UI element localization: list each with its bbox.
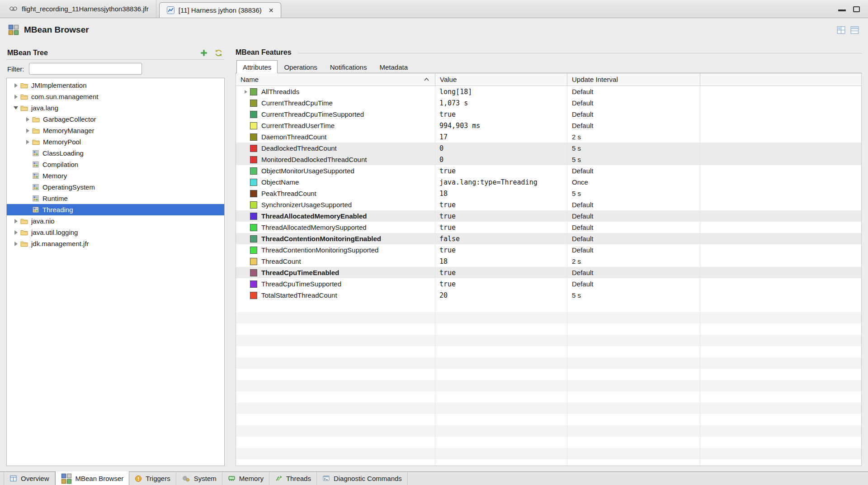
table-row-currentthreadusertime[interactable]: CurrentThreadUserTime994,903 msDefault (236, 120, 861, 131)
tree-item-operatingsystem[interactable]: OperatingSystem (7, 181, 224, 193)
attribute-value-cell[interactable]: 1,073 s (435, 97, 567, 109)
table-row-deadlockedthreadcount[interactable]: DeadlockedThreadCount05 s (236, 143, 861, 154)
table-row-threadcontentionmonitoringsupported[interactable]: ThreadContentionMonitoringSupportedtrueD… (236, 244, 861, 256)
column-header-value[interactable]: Value (435, 73, 567, 86)
attribute-name-cell[interactable]: ObjectName (236, 176, 435, 188)
minimize-button[interactable] (838, 10, 846, 11)
table-row-threadallocatedmemoryenabled[interactable]: ThreadAllocatedMemoryEnabledtrueDefault (236, 210, 861, 222)
attribute-value-cell[interactable]: 17 (435, 131, 567, 143)
bottom-tab-memory[interactable]: Memory (222, 472, 269, 485)
attribute-update-interval-cell[interactable]: Default (567, 222, 700, 233)
attribute-value-cell[interactable]: false (435, 233, 567, 244)
tree-item-java-util-logging[interactable]: java.util.logging (7, 227, 224, 238)
attribute-value-cell[interactable]: true (435, 210, 567, 222)
attribute-value-cell[interactable]: 994,903 ms (435, 120, 567, 131)
attribute-value-cell[interactable]: true (435, 165, 567, 176)
tab-attributes[interactable]: Attributes (236, 60, 278, 73)
attribute-name-cell[interactable]: SynchronizerUsageSupported (236, 199, 435, 210)
attribute-value-cell[interactable]: true (435, 267, 567, 278)
window-tab[interactable]: flight_recording_11Harnessjython38836.jf… (2, 0, 156, 18)
attribute-name-cell[interactable]: CurrentThreadCpuTime (236, 97, 435, 109)
expand-arrow-icon[interactable] (241, 90, 250, 94)
attribute-value-cell[interactable]: 20 (435, 290, 567, 301)
filter-input[interactable] (29, 63, 142, 75)
attribute-name-cell[interactable]: ThreadCpuTimeEnabled (236, 267, 435, 278)
attribute-name-cell[interactable]: CurrentThreadUserTime (236, 120, 435, 131)
table-row-currentthreadcputime[interactable]: CurrentThreadCpuTime1,073 sDefault (236, 97, 861, 109)
tree-item-classloading[interactable]: ClassLoading (7, 147, 224, 159)
attribute-name-cell[interactable]: DaemonThreadCount (236, 131, 435, 143)
attribute-update-interval-cell[interactable]: Default (567, 267, 700, 278)
attribute-name-cell[interactable]: PeakThreadCount (236, 188, 435, 199)
tree-item-garbagecollector[interactable]: GarbageCollector (7, 114, 224, 125)
attribute-name-cell[interactable]: ThreadContentionMonitoringEnabled (236, 233, 435, 244)
attribute-name-cell[interactable]: ThreadAllocatedMemorySupported (236, 222, 435, 233)
attribute-update-interval-cell[interactable]: Default (567, 109, 700, 120)
table-row-objectmonitorusagesupported[interactable]: ObjectMonitorUsageSupportedtrueDefault (236, 165, 861, 176)
expand-arrow-icon[interactable] (12, 219, 19, 223)
bottom-tab-threads[interactable]: Threads (269, 472, 317, 485)
column-settings-button[interactable] (849, 24, 860, 35)
attribute-value-cell[interactable]: true (435, 222, 567, 233)
attribute-name-cell[interactable]: AllThreadIds (236, 86, 435, 97)
table-row-totalstartedthreadcount[interactable]: TotalStartedThreadCount205 s (236, 290, 861, 301)
attribute-update-interval-cell[interactable]: Default (567, 210, 700, 222)
attribute-name-cell[interactable]: ThreadCount (236, 256, 435, 267)
expand-arrow-icon[interactable] (12, 242, 19, 246)
table-row-threadcontentionmonitoringenabled[interactable]: ThreadContentionMonitoringEnabledfalseDe… (236, 233, 861, 244)
attribute-name-cell[interactable]: ThreadCpuTimeSupported (236, 278, 435, 290)
bottom-tab-mbean-browser[interactable]: MBean Browser (55, 471, 130, 485)
tree-item-memorypool[interactable]: MemoryPool (7, 136, 224, 147)
tree-item-compilation[interactable]: Compilation (7, 159, 224, 170)
tab-operations[interactable]: Operations (278, 61, 323, 73)
attribute-value-cell[interactable]: 0 (435, 154, 567, 165)
attribute-value-cell[interactable]: true (435, 199, 567, 210)
table-row-synchronizerusagesupported[interactable]: SynchronizerUsageSupportedtrueDefault (236, 199, 861, 210)
tab-notifications[interactable]: Notifications (324, 61, 373, 73)
attribute-value-cell[interactable]: 0 (435, 143, 567, 154)
attribute-update-interval-cell[interactable]: 2 s (567, 131, 700, 143)
tree-item-java-lang[interactable]: java.lang (7, 102, 224, 114)
table-row-objectname[interactable]: ObjectNamejava.lang:type=ThreadingOnce (236, 176, 861, 188)
table-row-peakthreadcount[interactable]: PeakThreadCount185 s (236, 188, 861, 199)
collapse-arrow-icon[interactable] (12, 106, 19, 109)
attribute-value-cell[interactable]: 18 (435, 256, 567, 267)
attribute-name-cell[interactable]: ObjectMonitorUsageSupported (236, 165, 435, 176)
add-mbean-button[interactable] (198, 48, 209, 58)
table-row-threadcputimesupported[interactable]: ThreadCpuTimeSupportedtrueDefault (236, 278, 861, 290)
attribute-value-cell[interactable]: long[18] (435, 86, 567, 97)
bottom-tab-diagnostic-commands[interactable]: Diagnostic Commands (317, 472, 408, 485)
attribute-value-cell[interactable]: true (435, 278, 567, 290)
attribute-update-interval-cell[interactable]: Default (567, 199, 700, 210)
bottom-tab-triggers[interactable]: Triggers (129, 472, 176, 485)
attribute-update-interval-cell[interactable]: Default (567, 120, 700, 131)
tree-item-java-nio[interactable]: java.nio (7, 215, 224, 227)
attribute-update-interval-cell[interactable]: Default (567, 244, 700, 256)
attribute-update-interval-cell[interactable]: 5 s (567, 290, 700, 301)
attribute-update-interval-cell[interactable]: Default (567, 165, 700, 176)
tab-metadata[interactable]: Metadata (373, 61, 414, 73)
expand-arrow-icon[interactable] (12, 230, 19, 235)
expand-arrow-icon[interactable] (12, 95, 19, 99)
attribute-update-interval-cell[interactable]: Once (567, 176, 700, 188)
attribute-value-cell[interactable]: true (435, 244, 567, 256)
table-row-daemonthreadcount[interactable]: DaemonThreadCount172 s (236, 131, 861, 143)
table-row-threadcount[interactable]: ThreadCount182 s (236, 256, 861, 267)
bottom-tab-overview[interactable]: Overview (4, 472, 55, 485)
attribute-update-interval-cell[interactable]: Default (567, 233, 700, 244)
attribute-update-interval-cell[interactable]: Default (567, 278, 700, 290)
table-row-threadcputimeenabled[interactable]: ThreadCpuTimeEnabledtrueDefault (236, 267, 861, 278)
maximize-button[interactable] (853, 6, 860, 12)
attribute-name-cell[interactable]: ThreadContentionMonitoringSupported (236, 244, 435, 256)
tree-item-jdk-management-jfr[interactable]: jdk.management.jfr (7, 238, 224, 249)
column-header-name[interactable]: Name (236, 73, 435, 86)
table-settings-button[interactable] (835, 24, 846, 35)
attribute-update-interval-cell[interactable]: 5 s (567, 154, 700, 165)
tree-item-com-sun-management[interactable]: com.sun.management (7, 91, 224, 102)
tree-item-memorymanager[interactable]: MemoryManager (7, 125, 224, 136)
close-icon[interactable]: ✕ (269, 7, 274, 14)
tree-item-threading[interactable]: Threading (7, 204, 224, 215)
refresh-button[interactable] (213, 48, 224, 58)
attribute-name-cell[interactable]: DeadlockedThreadCount (236, 143, 435, 154)
attribute-name-cell[interactable]: MonitoredDeadlockedThreadCount (236, 154, 435, 165)
